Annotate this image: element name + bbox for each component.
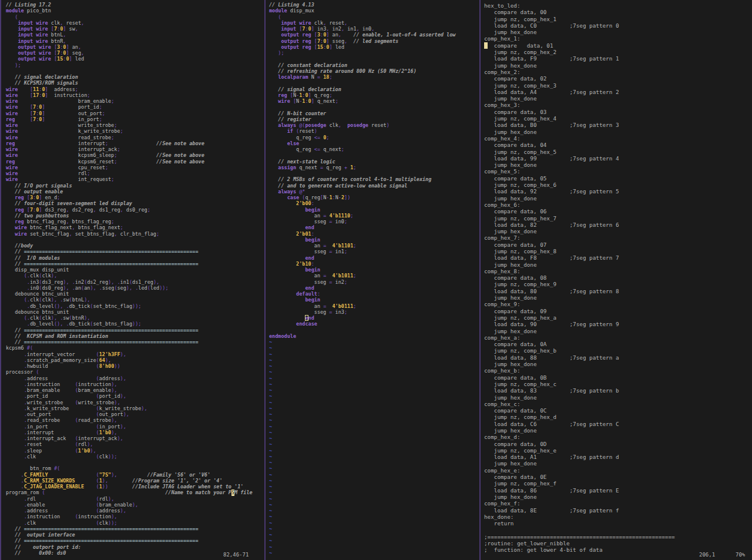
code-line: .clk (clk)); — [6, 520, 269, 526]
code-line: load data, 8E ;7seg pattern f — [484, 507, 752, 514]
code-line: reg [7:0] ds3_reg, ds2_reg, ds1_reg, ds0… — [6, 207, 269, 213]
code-line: .in_port (in_port), — [6, 424, 269, 430]
empty-buffer-tilde: ~ — [269, 514, 484, 519]
code-line: compare data, 0C — [484, 407, 752, 414]
code-line — [269, 170, 484, 176]
code-line: input wire btnR, — [6, 38, 269, 44]
code-line: btn_rom #( — [6, 465, 269, 471]
code-line: output reg [15:0] led — [269, 44, 484, 50]
code-line: .address (address), — [6, 375, 269, 381]
code-line: jump nz, comp_hex_1 — [484, 16, 752, 22]
code-line: compare data, 0E — [484, 474, 752, 480]
pane-verilog-pico-btn[interactable]: // Listing 17.2module pico_btn ( input w… — [0, 0, 269, 560]
code-line: // =====================================… — [6, 526, 269, 532]
empty-buffer-tilde: ~ — [269, 417, 484, 423]
code-line — [269, 327, 484, 333]
code-line: ;routine: get_lower_nibble — [484, 540, 752, 546]
code-line: always @(posedge clk, posedge reset) — [269, 122, 484, 128]
code-line: // output enable — [6, 189, 269, 195]
code-line: ); — [6, 62, 269, 68]
code-line: jump hex_done — [484, 195, 752, 202]
code-line: 2'b10: — [269, 261, 484, 267]
code-line: load data, 82 ;7seg pattern 6 — [484, 222, 752, 228]
code-line: .sleep (1'b0), — [6, 448, 269, 454]
code-line: assign q_next = q_reg + 1; — [269, 165, 484, 170]
pane-verilog-disp-mux[interactable]: // Listing 4.13module disp_mux ( input w… — [264, 0, 484, 560]
code-line: comp_hex_3: — [484, 102, 752, 108]
code-line: (.clk(clk), — [6, 273, 269, 279]
code-line: wire [17:0] instruction; — [6, 92, 269, 98]
code-line: // =====================================… — [6, 339, 269, 345]
code-line: end — [269, 224, 484, 230]
code-line: compare data, 02 — [484, 75, 752, 82]
empty-buffer-tilde: ~ — [269, 411, 484, 417]
code-line: .in3(ds3_reg), .in2(ds2_reg), .in1(ds1_r… — [6, 279, 269, 285]
code-line: else — [269, 140, 484, 146]
code-line: jump nz, comp_hex_d — [484, 414, 752, 420]
code-line: // I/O port signals — [6, 183, 269, 189]
code-line: // Listing 17.2 — [6, 2, 269, 8]
empty-buffer-tilde: ~ — [269, 472, 484, 478]
code-line: jump nz, comp_hex_c — [484, 381, 752, 387]
code-line: load data, 99 ;7seg pattern 4 — [484, 155, 752, 162]
code-line: jump nz, comp_hex_a — [484, 314, 752, 321]
code-line: input [7:0] in3, in2, in1, in0, — [269, 26, 484, 32]
code-line: .clk (clk)); — [6, 454, 269, 460]
code-line: 2'b01: — [269, 231, 484, 237]
code-line: comp_hex_d: — [484, 434, 752, 440]
code-line: output reg [3:0] an, // enable, 1-out-of… — [269, 32, 484, 38]
code-line: // 2 MSBs of counter to control 4-to-1 m… — [269, 176, 484, 182]
code-line: sseg = in3; — [269, 309, 484, 315]
code-line: jump hex_done — [484, 62, 752, 69]
code-line: jump hex_done — [484, 129, 752, 135]
text-cursor — [305, 315, 308, 321]
text-cursor: S — [231, 489, 234, 495]
code-line: load data, F9 ;7seg pattern 1 — [484, 55, 752, 62]
code-line: .port_id (port_id), — [6, 393, 269, 399]
code-line: compare data, 0D — [484, 441, 752, 447]
code-line: jump nz, comp_hex_f — [484, 480, 752, 487]
pane-asm-hex-to-led[interactable]: hex_to_led: compare data, 00 jump nz, co… — [479, 0, 752, 560]
code-line: input wire btnL, — [6, 32, 269, 38]
code-line: compare data, 00 — [484, 9, 752, 15]
code-line: // register — [269, 116, 484, 122]
code-line: input wire [7:0] sw, — [6, 26, 269, 32]
code-line: // outport port id: — [6, 544, 269, 550]
code-line: ( — [6, 14, 269, 20]
code-line: compare data, 06 — [484, 208, 752, 214]
code-line: load data, 88 ;7seg pattern a — [484, 354, 752, 361]
code-line: end — [269, 315, 484, 321]
empty-buffer-tilde: ~ — [269, 400, 484, 405]
code-line: load data, A1 ;7seg pattern d — [484, 454, 752, 460]
code-line: .db_level(), .db_tick(set_btns_flag)); — [6, 321, 269, 327]
code-line: jump hex_done — [484, 460, 752, 467]
text-cursor — [484, 42, 488, 49]
code-line — [269, 80, 484, 86]
code-line: jump hex_done — [484, 494, 752, 500]
code-line — [269, 104, 484, 110]
code-line: jump hex_done — [484, 328, 752, 334]
code-line: output wire [7:0] seg, — [6, 50, 269, 56]
empty-buffer-tilde: ~ — [269, 550, 484, 556]
code-line: .out_port (out_port), — [6, 411, 269, 417]
empty-buffer-tilde: ~ — [269, 393, 484, 399]
code-line: (.clk(clk), .sw(btnR), — [6, 315, 269, 321]
code-line: comp_hex_4: — [484, 135, 752, 142]
code-line: jump hex_done — [484, 294, 752, 301]
empty-buffer-tilde: ~ — [269, 496, 484, 502]
code-line: q_reg <= q_next; — [269, 146, 484, 152]
code-line: load data, 86 ;7seg pattern E — [484, 487, 752, 494]
empty-buffer-tilde: ~ — [269, 502, 484, 508]
empty-buffer-tilde: ~ — [269, 375, 484, 381]
code-line: endcase — [269, 321, 484, 327]
code-line: jump hex_done — [484, 228, 752, 234]
code-line: // and to generate active-low enable sig… — [269, 183, 484, 189]
code-line: endmodule — [269, 333, 484, 339]
code-line: jump nz, comp_hex_9 — [484, 281, 752, 287]
code-line: // two pushbuttons — [6, 213, 269, 219]
code-line: begin — [269, 297, 484, 303]
code-line: end — [269, 255, 484, 261]
code-line: load data, B0 ;7seg pattern 3 — [484, 122, 752, 128]
code-line: reg [3:0] en_d; — [6, 195, 269, 200]
code-line: wire set_btnc_flag, set_btns_flag, clr_b… — [6, 231, 269, 237]
